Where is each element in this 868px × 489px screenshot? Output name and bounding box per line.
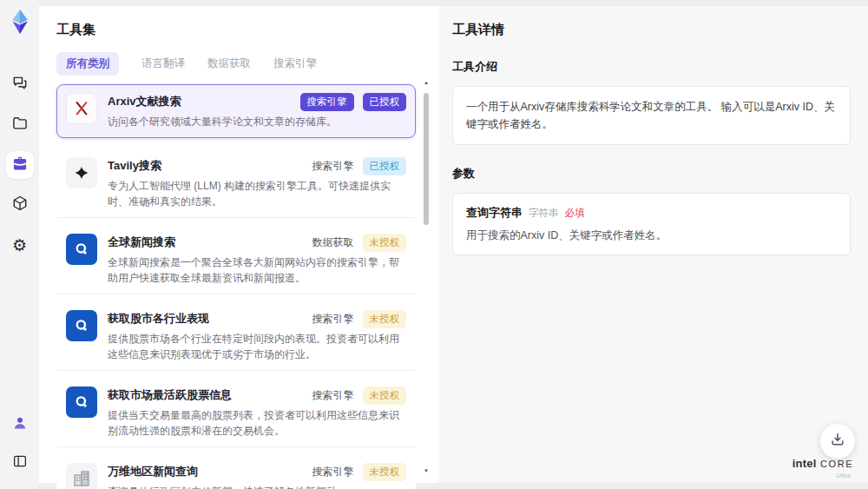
auth-status-badge: 未授权 [363, 387, 407, 405]
tab-3[interactable]: 搜索引擎 [273, 52, 317, 76]
tool-body: 万维地区新闻查询 搜索引擎未授权 查询具体行政区划内的新闻，快速了解各地新闻动 [108, 463, 406, 489]
category-tag: 搜索引擎 [312, 388, 354, 403]
user-avatar-icon [12, 415, 28, 434]
briefcase-icon [11, 155, 29, 175]
ultra-text: Ultra [790, 472, 856, 479]
auth-status-badge: 未授权 [363, 463, 407, 481]
params-heading: 参数 [452, 166, 851, 182]
gem-logo-icon [9, 23, 31, 37]
tool-header-row: 获取股市各行业表现 搜索引擎未授权 [108, 310, 406, 328]
tool-list: Arxiv文献搜索 搜索引擎已授权 访问各个研究领域大量科学论文和文章的存储库。… [56, 84, 416, 489]
tool-body: Arxiv文献搜索 搜索引擎已授权 访问各个研究领域大量科学论文和文章的存储库。 [108, 93, 406, 129]
buildings-news-icon [66, 463, 97, 489]
page-title: 工具集 [39, 6, 438, 38]
tool-tags: 搜索引擎已授权 [300, 93, 407, 111]
param-name: 查询字符串 [466, 205, 523, 221]
collapse-panel-button[interactable] [6, 449, 34, 477]
param-required-badge: 必填 [565, 207, 585, 220]
scroll-down-arrow[interactable]: ▼ [424, 467, 429, 474]
intro-heading: 工具介绍 [452, 59, 851, 75]
category-tag: 搜索引擎 [300, 93, 354, 111]
category-tabs: 所有类别语言翻译数据获取搜索引擎 [56, 52, 438, 76]
tool-header-row: 全球新闻搜索 数据获取未授权 [108, 234, 406, 252]
category-tag: 搜索引擎 [312, 465, 354, 479]
tool-body: Tavily搜索 搜索引擎已授权 专为人工智能代理 (LLM) 构建的搜索引擎工… [108, 157, 406, 209]
tool-tags: 搜索引擎未授权 [312, 387, 407, 405]
tool-header-row: 万维地区新闻查询 搜索引擎未授权 [108, 463, 406, 481]
auth-status-badge: 已授权 [363, 93, 407, 111]
tool-card[interactable]: Tavily搜索 搜索引擎已授权 专为人工智能代理 (LLM) 构建的搜索引擎工… [56, 149, 416, 218]
list-scrollbar: ▲ ▼ [421, 79, 431, 474]
tool-description: 查询具体行政区划内的新闻，快速了解各地新闻动 [108, 484, 406, 489]
settings-gear-icon: ⚙ [12, 237, 27, 254]
intel-core-wordmark: intel CORE [792, 455, 853, 470]
param-header-row: 查询字符串 字符串 必填 [466, 205, 837, 221]
tool-list-panel: 工具集 所有类别语言翻译数据获取搜索引擎 Arxiv文献搜索 搜索引擎已授权 访… [39, 6, 438, 483]
tool-tags: 数据获取未授权 [312, 234, 407, 252]
param-type: 字符串 [529, 207, 559, 220]
package-icon [11, 195, 29, 215]
tool-name: 获取股市各行业表现 [108, 310, 209, 327]
sidebar-item-files[interactable] [6, 111, 34, 139]
app-window: ⚙ [0, 0, 868, 489]
category-tag: 搜索引擎 [312, 159, 354, 174]
tool-description: 访问各个研究领域大量科学论文和文章的存储库。 [108, 114, 406, 129]
category-tag: 搜索引擎 [312, 312, 354, 327]
tool-card[interactable]: 全球新闻搜索 数据获取未授权 全球新闻搜索是一个聚合全球各大新闻网站内容的搜索引… [56, 225, 416, 294]
tool-header-row: 获取市场最活跃股票信息 搜索引擎未授权 [108, 387, 406, 405]
sidebar-item-models[interactable] [6, 191, 34, 219]
tool-body: 获取市场最活跃股票信息 搜索引擎未授权 提供当天交易量最高的股票列表，投资者可以… [108, 387, 406, 439]
tool-card[interactable]: 万维地区新闻查询 搜索引擎未授权 查询具体行政区划内的新闻，快速了解各地新闻动 [56, 454, 416, 489]
tool-description: 专为人工智能代理 (LLM) 构建的搜索引擎工具。可快速提供实时、准确和真实的结… [108, 178, 406, 209]
sidebar-item-chat[interactable] [6, 71, 34, 99]
download-button[interactable] [820, 424, 855, 459]
param-card: 查询字符串 字符串 必填 用于搜索的Arxiv ID、关键字或作者姓名。 [452, 193, 851, 255]
blue-search-logo-icon [66, 387, 97, 418]
tool-header-row: Tavily搜索 搜索引擎已授权 [108, 157, 406, 175]
scroll-up-arrow[interactable]: ▲ [424, 79, 429, 86]
category-tag: 数据获取 [312, 235, 354, 250]
tool-tags: 搜索引擎未授权 [312, 463, 407, 481]
blue-search-logo-icon [66, 234, 97, 265]
tool-name: Arxiv文献搜索 [108, 93, 181, 109]
sidebar-nav: ⚙ [6, 71, 34, 259]
tool-name: 获取市场最活跃股票信息 [108, 387, 232, 403]
sidebar-item-tools[interactable] [6, 151, 34, 179]
sidebar-bottom [6, 411, 34, 477]
tool-tags: 搜索引擎未授权 [312, 310, 407, 328]
intro-text: 一个用于从Arxiv存储库搜索科学论文和文章的工具。 输入可以是Arxiv ID… [466, 98, 837, 133]
tool-name: 全球新闻搜索 [108, 234, 175, 250]
tool-detail-panel: 工具详情 工具介绍 一个用于从Arxiv存储库搜索科学论文和文章的工具。 输入可… [438, 6, 868, 483]
folder-icon [11, 115, 29, 135]
download-tray-icon [829, 431, 846, 452]
tool-body: 全球新闻搜索 数据获取未授权 全球新闻搜索是一个聚合全球各大新闻网站内容的搜索引… [108, 234, 406, 286]
tool-card[interactable]: 获取市场最活跃股票信息 搜索引擎未授权 提供当天交易量最高的股票列表，投资者可以… [56, 378, 416, 447]
core-text: CORE [820, 459, 853, 469]
tab-0[interactable]: 所有类别 [56, 52, 119, 76]
scrollbar-thumb[interactable] [424, 93, 429, 225]
scrollbar-track[interactable] [423, 88, 430, 467]
tool-card[interactable]: 获取股市各行业表现 搜索引擎未授权 提供股票市场各个行业在特定时间段内的表现。投… [56, 301, 416, 371]
arxiv-logo-icon [66, 93, 97, 124]
panel-toggle-icon [12, 453, 28, 472]
chat-icon [11, 75, 29, 96]
tool-body: 获取股市各行业表现 搜索引擎未授权 提供股票市场各个行业在特定时间段内的表现。投… [108, 310, 406, 362]
sidebar-item-settings[interactable]: ⚙ [6, 231, 34, 259]
tab-2[interactable]: 数据获取 [207, 52, 251, 76]
tab-1[interactable]: 语言翻译 [141, 52, 185, 76]
tool-tags: 搜索引擎已授权 [312, 157, 407, 175]
tool-description: 提供当天交易量最高的股票列表，投资者可以利用这些信息来识别流动性强的股票和潜在的… [108, 407, 406, 439]
auth-status-badge: 未授权 [363, 234, 407, 252]
auth-status-badge: 未授权 [363, 310, 407, 328]
tool-description: 提供股票市场各个行业在特定时间段内的表现。投资者可以利用这些信息来识别表现优于或… [108, 331, 406, 362]
intel-text: intel [792, 457, 817, 470]
param-description: 用于搜索的Arxiv ID、关键字或作者姓名。 [466, 228, 837, 243]
tool-description: 全球新闻搜索是一个聚合全球各大新闻网站内容的搜索引擎，帮助用户快速获取全球最新资… [108, 254, 406, 286]
icon-sidebar: ⚙ [0, 0, 39, 489]
tool-card[interactable]: Arxiv文献搜索 搜索引擎已授权 访问各个研究领域大量科学论文和文章的存储库。 [56, 84, 416, 138]
intel-core-logo: intel CORE Ultra [790, 455, 856, 479]
app-logo[interactable] [9, 9, 31, 38]
user-profile-button[interactable] [6, 411, 34, 439]
sparkle-star-icon [66, 157, 97, 188]
tool-name: 万维地区新闻查询 [108, 463, 198, 479]
